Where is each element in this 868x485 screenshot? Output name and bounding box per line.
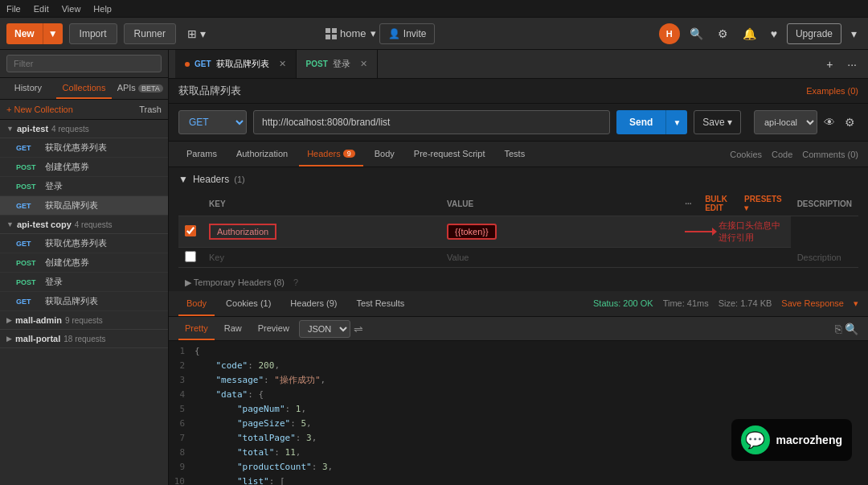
request-item[interactable]: POST 创建优惠券	[0, 158, 168, 177]
collection-header-mall-portal[interactable]: ▶ mall-portal 18 requests	[0, 330, 168, 348]
temp-headers[interactable]: ▶ Temporary Headers (8) ?	[169, 274, 868, 291]
request-item[interactable]: POST 登录	[0, 273, 168, 292]
collection-header-api-test[interactable]: ▼ api-test 4 requests	[0, 120, 168, 138]
lang-select[interactable]: JSON	[299, 320, 350, 338]
upgrade-button[interactable]: Upgrade	[787, 23, 841, 44]
collection-name: api-test	[17, 124, 48, 134]
menu-item-file[interactable]: File	[6, 4, 21, 14]
tab-authorization[interactable]: Authorization	[228, 142, 296, 166]
caret-icon: ▶	[6, 335, 12, 343]
sidebar-search-container	[0, 50, 168, 78]
placeholder-description: Description	[791, 248, 858, 268]
invite-button[interactable]: 👤 Invite	[379, 23, 435, 44]
col-bulk-edit[interactable]: Bulk Edit	[698, 191, 738, 216]
menu-item-view[interactable]: View	[62, 4, 81, 14]
env-settings-btn[interactable]: ⚙	[841, 110, 858, 134]
save-button[interactable]: Save ▾	[694, 110, 741, 134]
examples-button[interactable]: Examples (0)	[806, 86, 858, 96]
request-item[interactable]: GET 获取品牌列表	[0, 292, 168, 311]
search-input[interactable]	[6, 55, 162, 72]
search-code-btn[interactable]: 🔍	[845, 323, 858, 335]
menu-item-edit[interactable]: Edit	[34, 4, 49, 14]
extras-button[interactable]: ⊞ ▾	[182, 23, 211, 44]
eye-icon-btn[interactable]: 👁	[821, 110, 838, 134]
resp-tab-test-results[interactable]: Test Results	[348, 291, 412, 316]
cookies-link[interactable]: Cookies	[730, 150, 762, 159]
save-response-arrow[interactable]: ▾	[854, 298, 858, 309]
tab-collections[interactable]: Collections	[56, 78, 113, 99]
placeholder-checkbox-cell[interactable]	[178, 248, 203, 268]
new-button[interactable]: New ▼	[6, 23, 63, 44]
fmt-preview-btn[interactable]: Preview	[252, 317, 296, 340]
comments-link[interactable]: Comments (0)	[802, 150, 858, 159]
code-editor: 1{ 2 "code": 200, 3 "message": "操作成功", 4…	[169, 341, 868, 485]
save-response-button[interactable]: Save Response	[781, 298, 844, 309]
request-item-active[interactable]: GET 获取品牌列表	[0, 196, 168, 216]
col-key: KEY	[203, 191, 440, 216]
trash-button[interactable]: Trash	[139, 105, 162, 114]
tab-headers[interactable]: Headers9	[299, 142, 363, 166]
fmt-pretty-btn[interactable]: Pretty	[178, 317, 215, 340]
method-badge-post: POST	[16, 183, 40, 191]
tab-name: 登录	[333, 58, 350, 70]
line-num: 5	[169, 402, 194, 417]
line-num: 7	[169, 431, 194, 446]
home-button[interactable]: home ▾	[340, 27, 377, 39]
method-badge-get: GET	[16, 240, 40, 248]
settings-icon-btn[interactable]: ⚙	[713, 23, 733, 44]
headers-title[interactable]: ▼ Headers (1)	[178, 174, 858, 185]
collection-header-mall-admin[interactable]: ▶ mall-admin 9 requests	[0, 311, 168, 330]
row-checkbox[interactable]	[185, 225, 196, 236]
close-icon[interactable]: ✕	[360, 59, 367, 69]
tab-pre-request-script[interactable]: Pre-request Script	[406, 142, 493, 166]
import-button[interactable]: Import	[69, 23, 117, 44]
heart-icon-btn[interactable]: ♥	[766, 23, 782, 44]
resp-tab-headers[interactable]: Headers (9)	[282, 291, 345, 316]
fmt-raw-btn[interactable]: Raw	[218, 317, 248, 340]
code-link[interactable]: Code	[772, 150, 792, 159]
runner-button[interactable]: Runner	[124, 23, 176, 44]
resp-tab-body[interactable]: Body	[178, 291, 215, 316]
new-button-label: New	[6, 28, 43, 39]
col-presets[interactable]: Presets ▾	[738, 191, 791, 216]
tab-tests[interactable]: Tests	[496, 142, 533, 166]
tab-body[interactable]: Body	[366, 142, 403, 166]
arrow-head	[712, 228, 717, 236]
request-title-bar: 获取品牌列表 Examples (0)	[169, 79, 868, 104]
new-collection-button[interactable]: + New Collection	[6, 105, 73, 114]
req-tab-get-brand[interactable]: GET 获取品牌列表 ✕	[175, 50, 297, 78]
send-arrow-button[interactable]: ▼	[665, 110, 687, 134]
copy-icon-btn[interactable]: ⎘	[835, 323, 841, 335]
collection-header-api-test-copy[interactable]: ▼ api-test copy 4 requests	[0, 216, 168, 234]
code-line: 5 "pageNum": 1,	[169, 402, 868, 417]
tab-method-get: GET	[194, 60, 211, 68]
request-item[interactable]: GET 获取优惠券列表	[0, 138, 168, 158]
request-item[interactable]: GET 获取优惠券列表	[0, 234, 168, 253]
row-checkbox[interactable]	[185, 251, 196, 262]
req-tab-post-login[interactable]: POST 登录 ✕	[297, 50, 378, 78]
search-icon-btn[interactable]: 🔍	[685, 23, 708, 44]
menu-item-help[interactable]: Help	[93, 4, 112, 14]
checkbox-cell[interactable]	[178, 216, 203, 248]
add-tab-icon[interactable]: +	[821, 54, 837, 75]
env-select[interactable]: api-local	[754, 110, 817, 134]
notification-icon-btn[interactable]: 🔔	[738, 23, 761, 44]
request-item[interactable]: POST 创建优惠券	[0, 253, 168, 273]
method-badge-post: POST	[16, 259, 40, 267]
url-input[interactable]	[253, 110, 610, 134]
more-tabs-icon[interactable]: ···	[842, 54, 862, 75]
send-button[interactable]: Send	[616, 110, 665, 134]
upgrade-arrow[interactable]: ▾	[846, 23, 862, 44]
tab-apis[interactable]: APIsBETA	[112, 78, 168, 99]
new-button-arrow[interactable]: ▼	[43, 23, 63, 44]
method-select[interactable]: GET POST PUT DELETE	[178, 110, 247, 134]
resp-tab-cookies[interactable]: Cookies (1)	[218, 291, 279, 316]
sidebar-tabs: History Collections APIsBETA	[0, 78, 168, 100]
method-badge-get: GET	[16, 144, 40, 152]
close-icon[interactable]: ✕	[279, 59, 286, 69]
tab-history[interactable]: History	[0, 78, 56, 99]
collection-name: mall-portal	[15, 334, 60, 343]
tab-params[interactable]: Params	[178, 142, 225, 166]
request-item[interactable]: POST 登录	[0, 177, 168, 196]
beautify-icon-btn[interactable]: ⇌	[354, 323, 363, 335]
